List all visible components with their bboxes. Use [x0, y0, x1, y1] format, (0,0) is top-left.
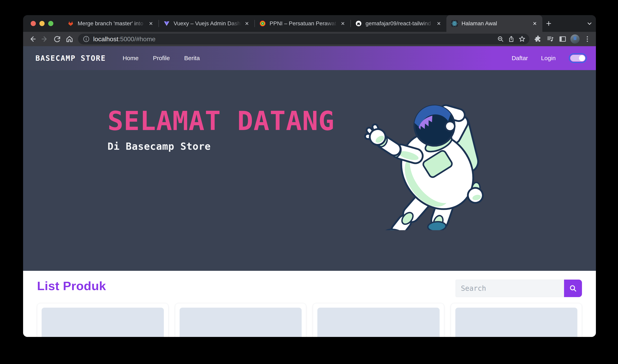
- address-bar[interactable]: localhost:5000/#home: [78, 34, 529, 44]
- url-text: localhost:5000/#home: [93, 36, 495, 43]
- brand-logo[interactable]: BASECAMP STORE: [36, 54, 106, 63]
- hero-text: SELAMAT DATANG Di Basecamp Store: [107, 107, 335, 152]
- tabs: Merge branch 'master' into 'jih Vuexy – …: [63, 15, 542, 32]
- bookmark-star-icon[interactable]: [517, 34, 528, 44]
- tab-title: PPNI – Persatuan Perawat Nasi: [270, 20, 339, 27]
- tab-title: Merge branch 'master' into 'jih: [78, 20, 147, 27]
- product-image-placeholder: [180, 308, 302, 337]
- home-icon[interactable]: [64, 33, 75, 45]
- avatar-photo: [570, 34, 579, 44]
- browser-window: Merge branch 'master' into 'jih Vuexy – …: [23, 15, 596, 337]
- search-box: [456, 280, 582, 297]
- react-icon: [451, 20, 458, 27]
- product-list: [37, 303, 582, 337]
- product-card[interactable]: [451, 303, 582, 337]
- nav-link-berita[interactable]: Berita: [184, 55, 200, 62]
- product-card[interactable]: [175, 303, 306, 337]
- product-card[interactable]: [313, 303, 444, 337]
- tab-close-icon[interactable]: [435, 20, 443, 27]
- tab-title: Vuexy – Vuejs Admin Dashboar: [174, 20, 243, 27]
- products-section: List Produk: [23, 271, 596, 337]
- hero-subtitle: Di Basecamp Store: [107, 141, 335, 152]
- login-link[interactable]: Login: [541, 55, 556, 62]
- new-tab-button[interactable]: [542, 17, 555, 30]
- github-icon: [355, 20, 362, 27]
- tab-close-icon[interactable]: [243, 20, 251, 27]
- tab-ppni[interactable]: PPNI – Persatuan Perawat Nasi: [255, 15, 350, 32]
- page-halaman-awal: BASECAMP STORE Home Profile Berita Dafta…: [23, 46, 596, 337]
- tab-close-icon[interactable]: [531, 20, 539, 27]
- tab-halaman-awal-active[interactable]: Halaman Awal: [446, 15, 542, 32]
- tab-title: gemafajar09/react-tailwind: [366, 20, 435, 27]
- window-controls: [31, 21, 53, 26]
- tab-close-icon[interactable]: [147, 20, 155, 27]
- site-navbar: BASECAMP STORE Home Profile Berita Dafta…: [23, 46, 596, 70]
- search-button[interactable]: [564, 280, 582, 297]
- window-zoom-button[interactable]: [48, 21, 53, 26]
- nav-actions: Daftar Login: [512, 53, 587, 63]
- register-link[interactable]: Daftar: [512, 55, 528, 62]
- nav-link-home[interactable]: Home: [123, 55, 139, 62]
- tab-vuexy[interactable]: Vuexy – Vuejs Admin Dashboar: [158, 15, 255, 32]
- forward-icon[interactable]: [39, 33, 51, 45]
- browser-menu-kebab-icon[interactable]: [581, 33, 593, 45]
- search-input[interactable]: [456, 280, 564, 297]
- theme-toggle[interactable]: [569, 53, 587, 63]
- tab-search-chevron-icon[interactable]: [583, 17, 596, 30]
- nav-links: Home Profile Berita: [123, 55, 200, 62]
- vuexy-icon: [163, 20, 170, 27]
- media-controls-icon[interactable]: [544, 33, 556, 45]
- product-image-placeholder: [455, 308, 578, 337]
- toggle-knob: [579, 55, 585, 61]
- tab-title: Halaman Awal: [462, 20, 531, 27]
- zoom-out-icon[interactable]: [495, 34, 506, 44]
- window-minimize-button[interactable]: [39, 21, 45, 26]
- product-image-placeholder: [317, 308, 440, 337]
- product-card[interactable]: [37, 303, 168, 337]
- back-icon[interactable]: [27, 33, 38, 45]
- products-title: List Produk: [37, 279, 106, 293]
- search-icon: [569, 284, 577, 293]
- profile-avatar[interactable]: [569, 33, 581, 45]
- tab-close-icon[interactable]: [339, 20, 347, 27]
- extensions-puzzle-icon[interactable]: [532, 33, 544, 45]
- site-info-icon[interactable]: [82, 35, 90, 43]
- share-icon[interactable]: [506, 34, 517, 44]
- tab-strip: Merge branch 'master' into 'jih Vuexy – …: [23, 15, 596, 32]
- toggle-track: [570, 55, 585, 62]
- sidebar-panel-icon[interactable]: [557, 33, 568, 45]
- product-image-placeholder: [42, 308, 164, 337]
- products-header: List Produk: [37, 279, 582, 297]
- tab-gitlab-merge[interactable]: Merge branch 'master' into 'jih: [63, 15, 158, 32]
- reload-icon[interactable]: [51, 33, 63, 45]
- window-close-button[interactable]: [31, 21, 36, 26]
- hero-section: SELAMAT DATANG Di Basecamp Store: [23, 70, 596, 271]
- ppni-icon: [259, 20, 266, 27]
- nav-link-profile[interactable]: Profile: [153, 55, 170, 62]
- browser-toolbar: localhost:5000/#home: [23, 32, 596, 46]
- hero-title: SELAMAT DATANG: [107, 107, 335, 135]
- tab-github[interactable]: gemafajar09/react-tailwind: [350, 15, 446, 32]
- screenshot-stage: Merge branch 'master' into 'jih Vuexy – …: [0, 0, 618, 364]
- gitlab-icon: [67, 20, 74, 27]
- astronaut-illustration: [358, 96, 492, 230]
